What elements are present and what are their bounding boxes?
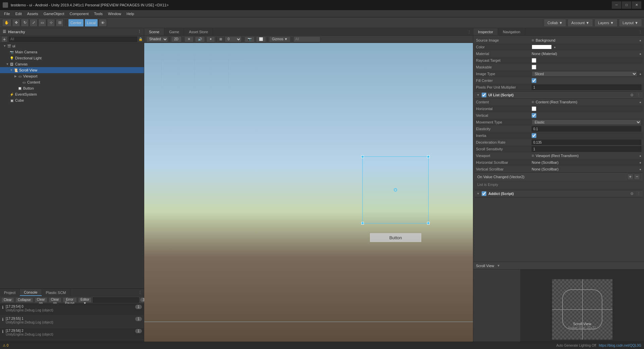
tree-item-viewport[interactable]: ▶ ▭ Viewport <box>0 73 144 79</box>
source-image-select-btn[interactable]: ● <box>639 39 641 42</box>
tree-item-eventsystem[interactable]: ⚡ EventSystem <box>0 91 144 97</box>
hierarchy-add-btn[interactable]: + <box>1 36 7 42</box>
local-global-btn[interactable]: Local <box>85 19 98 27</box>
inspector-options[interactable]: ⋮ <box>637 30 644 34</box>
shading-mode-select[interactable]: Shaded <box>146 36 168 42</box>
rect-tool[interactable]: ▭ <box>38 19 46 27</box>
scene-canvas[interactable]: Button <box>144 43 473 349</box>
ui-list-more-icon[interactable]: ⋮ <box>637 93 641 97</box>
overlay-select[interactable]: 0 <box>225 36 241 42</box>
tab-asset-store[interactable]: Asset Store <box>184 28 213 35</box>
pixels-per-unit-input[interactable] <box>532 85 641 90</box>
layers-button[interactable]: Layers ▼ <box>594 19 618 27</box>
tab-navigation[interactable]: Navigation <box>498 28 525 35</box>
tab-console[interactable]: Console <box>20 289 42 296</box>
transform-tool[interactable]: ⊹ <box>47 19 55 27</box>
event-add-btn[interactable]: + <box>627 174 633 180</box>
fx-btn[interactable]: ✦ <box>206 36 215 42</box>
horizontal-checkbox[interactable] <box>532 106 536 111</box>
hierarchy-search[interactable] <box>9 37 137 42</box>
hand-tool[interactable]: ✋ <box>2 19 11 27</box>
color-swatch[interactable] <box>532 45 552 49</box>
ui-list-section-header[interactable]: ▼ UI List (Script) ⚙ ⋮ <box>475 91 643 99</box>
layout-button[interactable]: Layout ▼ <box>619 19 642 27</box>
inertia-checkbox[interactable] <box>532 133 536 138</box>
preview-dropdown-icon[interactable]: ▼ <box>497 264 500 267</box>
image-type-info[interactable]: ● <box>639 72 641 76</box>
center-pivot-btn[interactable]: Center <box>68 19 84 27</box>
tree-item-content[interactable]: ▭ Content <box>0 79 144 85</box>
camera-btn[interactable]: 📷 <box>245 36 255 42</box>
error-pause-btn[interactable]: Error Pause <box>63 297 77 303</box>
color-picker-btn[interactable]: ● <box>554 45 556 49</box>
console-row-1[interactable]: ℹ [17:29:55] 1 UnityEngine.Debug.Log (ob… <box>0 316 144 328</box>
editor-dropdown-btn[interactable]: Editor ▼ <box>78 297 92 303</box>
tree-item-canvas[interactable]: ▼ 🖼 Canvas <box>0 61 144 67</box>
clear-on-build-btn[interactable]: Clear on Build <box>49 297 61 303</box>
gizmos-btn[interactable]: Gizmos ▼ <box>269 36 291 42</box>
console-options[interactable]: ⋮ <box>136 290 144 295</box>
scene-search-input[interactable] <box>293 36 320 42</box>
maskable-checkbox[interactable] <box>532 65 536 69</box>
tree-item-dirlight[interactable]: 💡 Directional Light <box>0 55 144 61</box>
menu-file[interactable]: File <box>1 11 13 16</box>
menu-tools[interactable]: Tools <box>91 11 105 16</box>
collab-button[interactable]: Collab ▼ <box>544 19 566 27</box>
clear-btn[interactable]: Clear <box>1 297 14 303</box>
account-button[interactable]: Account ▼ <box>568 19 593 27</box>
menu-window[interactable]: Window <box>105 11 124 16</box>
menu-gameobject[interactable]: GameObject <box>41 11 67 16</box>
scale-tool[interactable]: ⤢ <box>30 19 38 27</box>
tab-scene[interactable]: Scene <box>144 28 164 35</box>
raycast-checkbox[interactable] <box>532 58 536 63</box>
event-remove-btn[interactable]: − <box>634 174 640 180</box>
vertical-checkbox[interactable] <box>532 113 536 118</box>
minimize-button[interactable]: ─ <box>612 1 621 9</box>
tab-project[interactable]: Project <box>0 289 20 296</box>
render-btn[interactable]: ⬜ <box>256 36 266 42</box>
tree-item-scrollview[interactable]: ▼ 📜 Scroll View <box>0 67 144 73</box>
audio-btn[interactable]: 🔊 <box>195 36 205 42</box>
menu-help[interactable]: Help <box>124 11 137 16</box>
deceleration-input[interactable] <box>532 140 641 145</box>
clear-on-play-btn[interactable]: Clear on Play <box>35 297 47 303</box>
tree-item-maincamera[interactable]: 📷 Main Camera <box>0 49 144 55</box>
tree-item-cube[interactable]: ▣ Cube <box>0 97 144 103</box>
hierarchy-options[interactable]: ⋮ <box>138 30 141 34</box>
tree-item-root[interactable]: ▼ 🎬 ui <box>0 43 144 49</box>
tab-game[interactable]: Game <box>164 28 184 35</box>
ui-list-enable-checkbox[interactable] <box>482 93 486 97</box>
elasticity-input[interactable] <box>532 126 641 132</box>
viewport-select-btn[interactable]: ● <box>639 154 641 158</box>
scroll-sensitivity-input[interactable] <box>532 146 641 152</box>
close-button[interactable]: ✕ <box>632 1 641 9</box>
console-search-input[interactable] <box>93 297 139 303</box>
addict-more-icon[interactable]: ⋮ <box>637 192 641 196</box>
tab-plastic[interactable]: Plastic SCM <box>42 289 70 296</box>
material-select-btn[interactable]: ● <box>639 52 641 56</box>
collapse-btn[interactable]: Collapse <box>15 297 33 303</box>
image-type-select[interactable]: Sliced <box>532 71 637 77</box>
content-select-btn[interactable]: ● <box>639 100 641 104</box>
hierarchy-lock[interactable]: 🔒 <box>139 37 143 41</box>
fill-center-checkbox[interactable] <box>532 78 536 83</box>
scene-options[interactable]: ⋮ <box>466 30 473 34</box>
ui-list-settings-icon[interactable]: ⚙ <box>630 93 634 97</box>
menu-assets[interactable]: Assets <box>24 11 41 16</box>
custom-tool[interactable]: ⊟ <box>56 19 64 27</box>
addict-settings-icon[interactable]: ⚙ <box>630 192 634 196</box>
h-scrollbar-select-btn[interactable]: ● <box>639 161 641 164</box>
tree-item-button[interactable]: 🔲 Button <box>0 85 144 91</box>
v-scrollbar-select-btn[interactable]: ● <box>639 167 641 171</box>
menu-component[interactable]: Component <box>67 11 91 16</box>
button-widget[interactable]: Button <box>370 233 421 242</box>
movement-type-select[interactable]: Elastic <box>532 119 641 125</box>
console-row-0[interactable]: ℹ [17:29:54] 0 UnityEngine.Debug.Log (ob… <box>0 304 144 316</box>
move-tool[interactable]: ✥ <box>12 19 20 27</box>
tab-inspector[interactable]: Inspector <box>473 28 498 35</box>
url-status[interactable]: https://blog.csdn.net/QQL0G <box>599 344 641 347</box>
maximize-button[interactable]: □ <box>622 1 631 9</box>
addict-enable-checkbox[interactable] <box>482 191 486 196</box>
2d-btn[interactable]: 2D <box>171 36 181 42</box>
addict-section-header[interactable]: ▼ Addict (Script) ⚙ ⋮ <box>475 190 643 197</box>
